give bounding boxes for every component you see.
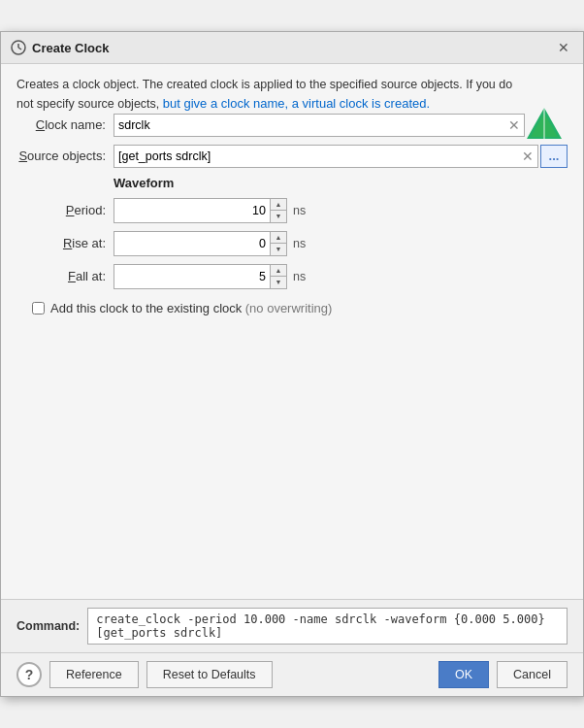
source-objects-label: Source objects: bbox=[16, 149, 114, 163]
checkbox-row: Add this clock to the existing clock (no… bbox=[32, 301, 568, 315]
source-browse-button[interactable]: ... bbox=[540, 145, 568, 168]
period-spin-buttons: ▲ ▼ bbox=[270, 199, 286, 222]
close-button[interactable]: ✕ bbox=[554, 38, 573, 57]
source-objects-row: Source objects: ✕ ... bbox=[16, 145, 568, 168]
fall-at-input[interactable] bbox=[114, 265, 270, 288]
period-unit: ns bbox=[293, 204, 306, 217]
clock-name-input-wrapper: ✕ bbox=[114, 114, 525, 137]
fall-at-spin-down[interactable]: ▼ bbox=[271, 277, 286, 288]
period-spinbox-wrapper: ▲ ▼ ns bbox=[114, 198, 306, 223]
clock-name-label: Clock name: bbox=[16, 117, 114, 132]
rise-at-row: Rise at: ▲ ▼ ns bbox=[16, 231, 568, 256]
header-area: Creates a clock object. The created cloc… bbox=[16, 76, 568, 114]
description-link[interactable]: but give a clock name, a virtual clock i… bbox=[163, 96, 430, 111]
rise-at-spin-container: ▲ ▼ bbox=[114, 231, 287, 256]
rise-at-spin-down[interactable]: ▼ bbox=[271, 244, 286, 255]
ok-button[interactable]: OK bbox=[438, 661, 489, 688]
waveform-section: Waveform Period: ▲ ▼ ns bbox=[16, 176, 568, 289]
title-bar-left: Create Clock bbox=[11, 40, 109, 55]
add-clock-checkbox[interactable] bbox=[32, 302, 45, 314]
command-bar: Command: create_clock -period 10.000 -na… bbox=[1, 599, 583, 652]
fall-at-spin-up[interactable]: ▲ bbox=[271, 265, 286, 277]
period-spin-down[interactable]: ▼ bbox=[271, 211, 286, 222]
dialog-content: Creates a clock object. The created cloc… bbox=[1, 64, 583, 599]
vivado-logo bbox=[525, 106, 564, 145]
period-label-text: Period: bbox=[66, 203, 106, 217]
create-clock-dialog: Create Clock ✕ Creates a clock object. T… bbox=[0, 31, 584, 697]
rise-at-label: Rise at: bbox=[16, 236, 114, 250]
fall-at-spinbox-wrapper: ▲ ▼ ns bbox=[114, 264, 306, 289]
source-objects-label-text: Source objects: bbox=[18, 149, 106, 163]
command-label: Command: bbox=[16, 619, 80, 633]
period-label: Period: bbox=[16, 203, 114, 217]
clock-name-input[interactable] bbox=[114, 114, 525, 137]
source-field-wrapper: ✕ bbox=[114, 145, 538, 168]
period-input[interactable] bbox=[114, 199, 270, 222]
cancel-button[interactable]: Cancel bbox=[497, 661, 568, 688]
help-button[interactable]: ? bbox=[16, 662, 42, 687]
period-spin-container: ▲ ▼ bbox=[114, 198, 287, 223]
clock-name-row: Clock name: ✕ bbox=[16, 114, 525, 137]
source-objects-input[interactable] bbox=[114, 145, 538, 168]
dialog-title: Create Clock bbox=[32, 41, 109, 55]
reference-button[interactable]: Reference bbox=[49, 661, 139, 688]
command-value: create_clock -period 10.000 -name sdrclk… bbox=[87, 608, 568, 645]
fall-at-label-text: Fall at: bbox=[68, 269, 106, 283]
checkbox-main-text: Add this clock to the existing clock bbox=[50, 301, 242, 315]
description-text: Creates a clock object. The created cloc… bbox=[16, 78, 512, 111]
source-objects-clear-button[interactable]: ✕ bbox=[519, 148, 536, 165]
source-input-wrapper: ✕ ... bbox=[114, 145, 568, 168]
clock-icon bbox=[11, 40, 26, 55]
reset-button[interactable]: Reset to Defaults bbox=[146, 661, 273, 688]
rise-at-spin-buttons: ▲ ▼ bbox=[270, 232, 286, 255]
period-row: Period: ▲ ▼ ns bbox=[16, 198, 568, 223]
checkbox-label-text: Add this clock to the existing clock (no… bbox=[50, 301, 332, 315]
clock-name-label-text: Clock name: bbox=[36, 117, 106, 132]
fall-at-spin-container: ▲ ▼ bbox=[114, 264, 287, 289]
clock-name-clear-button[interactable]: ✕ bbox=[505, 116, 523, 134]
fall-at-row: Fall at: ▲ ▼ ns bbox=[16, 264, 568, 289]
fall-at-spin-buttons: ▲ ▼ bbox=[270, 265, 286, 288]
rise-at-label-text: Rise at: bbox=[63, 236, 106, 250]
rise-at-spin-up[interactable]: ▲ bbox=[271, 232, 286, 244]
svg-line-2 bbox=[18, 48, 21, 50]
rise-at-input[interactable] bbox=[114, 232, 270, 255]
waveform-header: Waveform bbox=[114, 176, 568, 190]
content-spacer bbox=[16, 315, 568, 587]
rise-at-spinbox-wrapper: ▲ ▼ ns bbox=[114, 231, 306, 256]
checkbox-muted-text: (no overwriting) bbox=[245, 301, 333, 315]
title-bar: Create Clock ✕ bbox=[1, 32, 583, 64]
button-bar: ? Reference Reset to Defaults OK Cancel bbox=[1, 652, 583, 696]
fall-at-unit: ns bbox=[293, 270, 306, 283]
period-spin-up[interactable]: ▲ bbox=[271, 199, 286, 211]
rise-at-unit: ns bbox=[293, 237, 306, 250]
fall-at-label: Fall at: bbox=[16, 269, 114, 283]
